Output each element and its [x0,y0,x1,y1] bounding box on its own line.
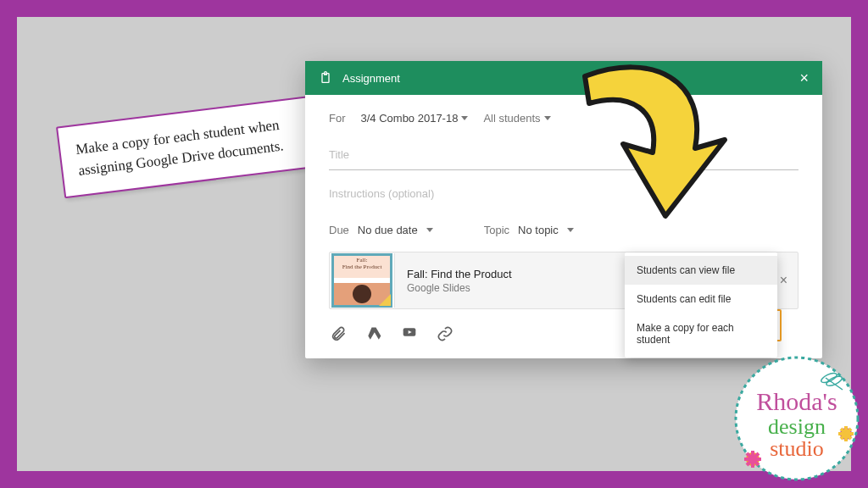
due-label: Due [329,224,349,236]
topic-value: No topic [518,224,559,236]
due-topic-row: Due No due date Topic No topic [329,224,798,236]
close-icon[interactable]: × [799,69,809,87]
youtube-icon[interactable] [400,324,419,343]
assignment-for-row: For 3/4 Combo 2017-18 All students [329,112,798,125]
audience-dropdown[interactable]: All students [483,112,550,125]
chevron-down-icon [426,228,433,232]
instructions-placeholder: Instructions (optional) [329,187,434,200]
due-value: No due date [358,224,418,236]
modal-header: Assignment × [305,61,822,95]
chevron-down-icon [544,116,551,120]
modal-body: For 3/4 Combo 2017-18 All students Title… [305,95,822,358]
assignment-modal: Assignment × For 3/4 Combo 2017-18 All s… [305,61,822,358]
clipboard-icon [319,70,332,86]
remove-attachment-icon[interactable]: × [780,273,787,288]
brand-logo: Rhoda's design studio [729,351,865,486]
link-icon[interactable] [436,324,454,343]
class-dropdown[interactable]: 3/4 Combo 2017-18 [361,112,469,125]
chevron-down-icon [461,116,468,120]
permission-dropdown-menu: Students can view file Students can edit… [625,252,777,358]
chevron-down-icon [567,228,574,232]
attachment-thumbnail: Fall: Find the Product [330,253,395,308]
title-placeholder: Title [329,148,349,161]
logo-line1: Rhoda's [756,387,837,415]
annotation-text: Make a copy for each student when assign… [75,117,284,179]
perm-option-copy[interactable]: Make a copy for each student [625,313,777,354]
perm-option-view[interactable]: Students can view file [625,256,777,285]
for-label: For [329,112,346,125]
topic-dropdown[interactable]: Topic No topic [484,224,574,236]
due-date-dropdown[interactable]: Due No due date [329,224,433,236]
instructions-input[interactable]: Instructions (optional) [329,182,798,208]
drive-icon[interactable] [364,324,383,343]
attachment-card[interactable]: Fall: Find the Product Fall: Find the Pr… [329,252,798,309]
audience-dropdown-value: All students [483,112,540,125]
topic-label: Topic [484,224,509,236]
class-dropdown-value: 3/4 Combo 2017-18 [361,112,459,125]
logo-line3: studio [770,436,824,461]
attach-file-icon[interactable] [329,324,348,343]
modal-title: Assignment [342,72,400,85]
title-input[interactable]: Title [329,143,798,170]
perm-option-edit[interactable]: Students can edit file [625,285,777,313]
logo-line2: design [768,414,826,439]
thumb-text-2: Find the Product [334,264,390,271]
